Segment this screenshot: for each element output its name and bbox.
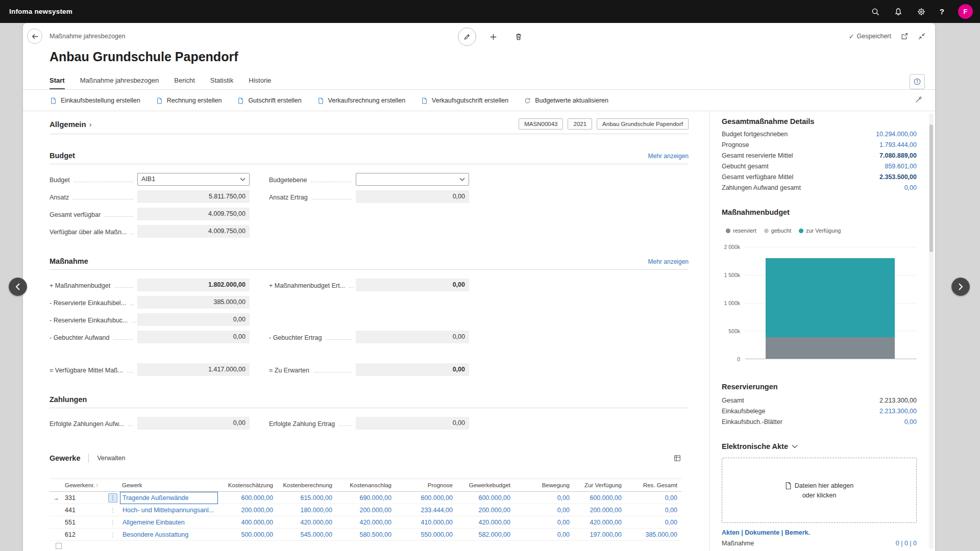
tab-massnahme-jahresbezogen[interactable]: Maßnahme jahresbezogen — [80, 73, 159, 89]
amount-cell[interactable]: 600.000,00 — [241, 494, 273, 502]
action-rechnung-erstellen[interactable]: Rechnung erstellen — [156, 97, 222, 105]
column-header-res-gesamt[interactable]: Res. Gesamt — [626, 482, 681, 488]
gebuchter-ertrag-field[interactable]: 0,00 — [356, 331, 469, 343]
amount-cell[interactable]: 690.000,00 — [359, 494, 391, 502]
massnahmenbudget-field[interactable]: 1.802.000,00 — [137, 279, 250, 291]
amount-cell[interactable]: 600.000,00 — [590, 494, 622, 502]
gewerk-link[interactable]: Tragende Außenwände — [122, 494, 189, 502]
help-icon[interactable]: ? — [940, 7, 944, 16]
gesamt-verfuegbar-field[interactable]: 4.009.750,00 — [137, 208, 250, 220]
amount-cell[interactable]: 200.000,00 — [241, 507, 273, 514]
verfuegbare-mittel-field[interactable]: 1.417.000,00 — [137, 363, 250, 376]
back-button[interactable] — [27, 29, 42, 44]
row-menu-button[interactable]: ⋮ — [108, 493, 117, 503]
column-header-bewegung[interactable]: Bewegung — [514, 482, 574, 488]
amount-cell[interactable]: 410.000,00 — [421, 519, 453, 526]
amount-cell[interactable]: 0,00 — [557, 531, 570, 538]
allgemein-group-header[interactable]: Allgemein › — [50, 120, 92, 129]
new-button[interactable] — [484, 28, 502, 45]
gewerk-link[interactable]: Allgemeine Einbauten — [122, 519, 185, 526]
budget-show-more-link[interactable]: Mehr anzeigen — [648, 153, 689, 160]
gewerkenr-cell[interactable]: 612 — [63, 531, 107, 538]
edit-button[interactable] — [458, 28, 476, 46]
amount-cell[interactable]: 580.500,00 — [359, 531, 391, 538]
previous-record-button[interactable] — [9, 278, 27, 296]
eakte-links[interactable]: Akten | Dokumente | Bemerk. — [722, 529, 917, 536]
detail-value-link[interactable]: 0,00 — [904, 184, 917, 191]
amount-cell[interactable]: 600.000,00 — [478, 494, 510, 502]
reservierung-value-link[interactable]: 2.213.300,00 — [879, 408, 917, 415]
gewerkenr-cell[interactable]: 441 — [63, 507, 107, 514]
vertical-scrollbar[interactable] — [929, 113, 934, 549]
row-menu-button[interactable]: ⋮ — [108, 506, 117, 515]
column-header-prognose[interactable]: Prognose — [396, 482, 457, 488]
amount-cell[interactable]: 0,00 — [557, 507, 570, 514]
amount-cell[interactable]: 200.000,00 — [478, 507, 510, 514]
gebuchter-aufwand-field[interactable]: 0,00 — [137, 331, 250, 343]
detail-value-link[interactable]: 7.080.889,00 — [879, 152, 917, 159]
column-header-gewerkebudget[interactable]: Gewerkebudget — [457, 482, 514, 488]
breadcrumb[interactable]: Maßnahme jahresbezogen — [50, 33, 126, 40]
amount-cell[interactable]: 0,00 — [665, 494, 677, 502]
personalize-icon[interactable] — [915, 95, 923, 104]
amount-cell[interactable]: 600.000,00 — [421, 494, 453, 502]
file-dropzone[interactable]: Dateien hier ablegen oder klicken — [722, 458, 917, 523]
next-record-button[interactable] — [951, 278, 970, 296]
column-header-kostenberechnung[interactable]: Kostenberechnung — [277, 482, 336, 488]
amount-cell[interactable]: 0,00 — [557, 519, 570, 526]
amount-cell[interactable]: 500.000,00 — [241, 531, 273, 538]
action-gutschrift-erstellen[interactable]: Gutschrift erstellen — [237, 97, 301, 105]
column-header-zur-verfuegung[interactable]: Zur Verfügung — [574, 482, 626, 488]
gewerke-verwalten-menu[interactable]: Verwalten — [97, 455, 125, 462]
column-header-gewerkenr[interactable]: Gewerkenr.↑ — [63, 482, 107, 488]
eakte-title[interactable]: Elektronische Akte — [722, 442, 788, 450]
ansatz-ertrag-field[interactable]: 0,00 — [356, 190, 469, 203]
tab-statistik[interactable]: Statistik — [210, 73, 234, 89]
column-header-kostenanschlag[interactable]: Kostenanschlag — [336, 482, 396, 488]
table-row[interactable]: → 331 ⋮ Tragende Außenwände 600.000,00 6… — [50, 492, 681, 504]
amount-cell[interactable]: 0,00 — [557, 494, 570, 502]
budget-dropdown[interactable]: AIB1 — [137, 173, 250, 186]
ansatz-field[interactable]: 5.811.750,00 — [137, 190, 250, 203]
action-einkaufsbestellung-erstellen[interactable]: Einkaufsbestellung erstellen — [50, 97, 140, 105]
row-menu-button[interactable]: ⋮ — [108, 530, 117, 539]
search-icon[interactable] — [871, 7, 880, 16]
verfuegbar-alle-field[interactable]: 4.009.750,00 — [137, 225, 250, 238]
table-row[interactable]: 551 ⋮ Allgemeine Einbauten 400.000,00 42… — [50, 516, 681, 529]
detail-value-link[interactable]: 2.353.500,00 — [879, 173, 917, 181]
delete-button[interactable] — [510, 28, 527, 45]
massnahmenbudget-ertrag-field[interactable]: 0,00 — [356, 279, 469, 291]
notifications-bell-icon[interactable] — [894, 7, 903, 16]
zahlung-ertrag-field[interactable]: 0,00 — [356, 417, 469, 430]
amount-cell[interactable]: 200.000,00 — [359, 507, 391, 514]
table-row[interactable]: 441 ⋮ Hoch- und Mittelspannungsanl... 20… — [50, 504, 681, 516]
gewerke-part-title[interactable]: Gewerke — [50, 454, 80, 462]
amount-cell[interactable]: 200.000,00 — [590, 507, 622, 514]
table-new-row[interactable] — [50, 541, 681, 551]
open-in-window-icon[interactable] — [900, 32, 909, 40]
detail-value-link[interactable]: 10.294.000,00 — [876, 131, 917, 138]
eakte-counts-link[interactable]: 0 | 0 | 0 — [896, 540, 917, 547]
amount-cell[interactable]: 420.000,00 — [300, 519, 332, 526]
gewerkenr-cell[interactable]: 331 — [63, 494, 107, 502]
massnahme-show-more-link[interactable]: Mehr anzeigen — [648, 258, 689, 265]
row-menu-button[interactable]: ⋮ — [108, 518, 117, 527]
action-budgetwerte-aktualisieren[interactable]: Budgetwerte aktualisieren — [524, 97, 608, 105]
amount-cell[interactable]: 0,00 — [665, 507, 677, 514]
reservierte-einkaufsbuch-field[interactable]: 0,00 — [137, 313, 250, 326]
zahlungen-aufwand-field[interactable]: 0,00 — [137, 417, 250, 430]
zu-erwarten-field[interactable]: 0,00 — [356, 363, 469, 376]
amount-cell[interactable]: 615.000,00 — [300, 494, 332, 502]
tab-start[interactable]: Start — [50, 73, 65, 89]
amount-cell[interactable]: 385.000,00 — [645, 531, 677, 538]
gewerk-link[interactable]: Besondere Ausstattung — [122, 531, 188, 538]
budgetebene-dropdown[interactable] — [356, 173, 469, 186]
focus-mode-icon[interactable] — [673, 454, 681, 462]
collapse-icon[interactable] — [918, 32, 926, 40]
scrollbar-thumb[interactable] — [929, 124, 933, 252]
amount-cell[interactable]: 420.000,00 — [359, 519, 391, 526]
detail-value-link[interactable]: 859.601,00 — [885, 163, 917, 170]
reservierte-einkaufsbelege-field[interactable]: 385.000,00 — [137, 296, 250, 309]
amount-cell[interactable]: 420.000,00 — [478, 519, 510, 526]
gewerkenr-cell[interactable]: 551 — [63, 519, 107, 526]
